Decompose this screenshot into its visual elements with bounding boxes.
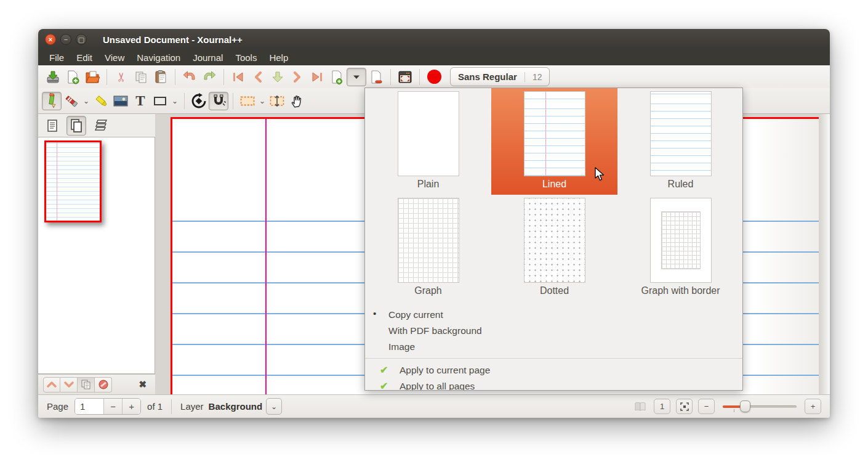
text-tool-button[interactable]: T <box>131 92 150 110</box>
goto-down-icon <box>271 71 284 83</box>
goto-page-button[interactable] <box>268 68 287 86</box>
window-minimize-button[interactable]: − <box>60 34 71 45</box>
zoom-fit-button[interactable] <box>676 399 693 414</box>
delete-page-button-sidebar[interactable] <box>95 377 112 393</box>
select-rectangle-button[interactable] <box>238 92 257 110</box>
page-thumbnail-1[interactable] <box>44 140 102 222</box>
chevron-up-icon <box>47 381 57 388</box>
hand-tool-button[interactable] <box>287 92 307 110</box>
menu-item-image[interactable]: Image <box>365 339 742 355</box>
copy-button[interactable] <box>131 68 151 86</box>
save-icon <box>46 70 60 84</box>
move-page-down-button[interactable] <box>60 377 78 393</box>
first-page-icon <box>231 71 245 83</box>
shape-options-dropdown[interactable]: ⌄ <box>170 97 180 105</box>
window-maximize-button[interactable]: ▢ <box>76 34 87 45</box>
template-ruled[interactable]: Ruled <box>617 88 743 195</box>
font-name: Sans Regular <box>451 71 524 82</box>
menu-item-apply-current-page[interactable]: ✔ Apply to current page <box>365 362 742 378</box>
mouse-cursor <box>595 167 606 182</box>
close-sidebar-icon[interactable]: ✖ <box>139 379 147 390</box>
template-graph[interactable]: Graph <box>365 195 491 301</box>
menu-tools[interactable]: Tools <box>229 51 263 64</box>
snap-rotation-button[interactable] <box>189 92 209 110</box>
font-size: 12 <box>524 72 550 82</box>
menu-journal[interactable]: Journal <box>187 51 229 64</box>
open-button[interactable] <box>82 68 102 86</box>
graph-with-border-thumbnail <box>650 198 712 283</box>
template-graph-with-border[interactable]: Graph with border <box>617 195 743 301</box>
page-decrement-button[interactable]: − <box>103 399 122 414</box>
previous-page-icon <box>253 71 263 83</box>
toolbar-separator <box>390 69 391 85</box>
open-folder-icon <box>85 70 100 84</box>
zoom-100-button[interactable]: 1 <box>654 399 670 414</box>
template-label: Graph <box>414 285 441 296</box>
snap-grid-button[interactable] <box>209 92 228 110</box>
last-page-button[interactable] <box>307 68 327 86</box>
menu-file[interactable]: File <box>43 51 70 64</box>
sidebar-tab-layers[interactable] <box>91 116 112 135</box>
two-page-view-button[interactable] <box>632 399 648 414</box>
selection-options-dropdown[interactable]: ⌄ <box>257 97 267 105</box>
page-spinner: − + <box>74 398 141 415</box>
fullscreen-button[interactable] <box>395 68 415 86</box>
paste-button[interactable] <box>151 68 171 86</box>
sidebar-tab-pages[interactable] <box>66 116 86 136</box>
window-close-button[interactable]: × <box>45 34 56 45</box>
menu-item-with-pdf-background[interactable]: With PDF background <box>365 323 742 339</box>
toolbar-separator <box>175 69 175 85</box>
menu-view[interactable]: View <box>98 51 131 64</box>
delete-page-icon <box>369 70 383 84</box>
page-number-input[interactable] <box>75 399 103 414</box>
undo-button[interactable] <box>180 68 199 86</box>
layer-label: Layer <box>180 401 204 412</box>
chevron-down-icon: ⌄ <box>271 402 277 411</box>
page-template-dropdown-button[interactable] <box>347 68 366 86</box>
template-plain[interactable]: Plain <box>365 88 491 195</box>
menu-item-copy-current[interactable]: • Copy current <box>365 307 742 323</box>
redo-button[interactable] <box>199 68 219 86</box>
zoom-out-button[interactable]: − <box>698 399 715 414</box>
record-button[interactable] <box>424 68 444 86</box>
template-dotted[interactable]: Dotted <box>491 195 617 301</box>
zoom-slider-handle[interactable] <box>740 401 750 412</box>
menu-edit[interactable]: Edit <box>70 51 98 64</box>
previous-page-button[interactable] <box>248 68 268 86</box>
move-page-up-button[interactable] <box>43 377 60 393</box>
fullscreen-icon <box>398 71 412 83</box>
eraser-tool-button[interactable] <box>62 92 81 110</box>
next-page-button[interactable] <box>287 68 307 86</box>
new-document-button[interactable] <box>63 68 82 86</box>
highlighter-tool-button[interactable] <box>91 92 111 110</box>
menu-navigation[interactable]: Navigation <box>131 51 187 64</box>
menu-help[interactable]: Help <box>263 51 294 64</box>
layer-dropdown-button[interactable]: ⌄ <box>266 398 282 415</box>
eraser-options-dropdown[interactable]: ⌄ <box>81 97 91 105</box>
toolbar-separator <box>233 93 233 109</box>
cut-button[interactable]: ✂ <box>111 68 131 86</box>
paste-icon <box>154 70 167 84</box>
font-button[interactable]: Sans Regular 12 <box>450 67 550 86</box>
menu-item-apply-all-pages[interactable]: ✔ Apply to all pages <box>365 378 742 391</box>
zoom-in-button[interactable]: + <box>805 399 821 414</box>
vertical-space-button[interactable] <box>267 92 287 110</box>
menu-item-label: Apply to current page <box>400 365 490 376</box>
shape-tool-button[interactable] <box>150 92 170 110</box>
sidebar-tab-contents[interactable] <box>43 116 62 135</box>
template-label: Dotted <box>540 285 569 296</box>
new-page-after-button[interactable] <box>327 68 347 86</box>
page-preview-panel <box>38 137 155 374</box>
first-page-button[interactable] <box>228 68 248 86</box>
save-button[interactable] <box>43 68 63 86</box>
text-tool-icon: T <box>135 94 145 108</box>
next-page-icon <box>292 71 302 83</box>
pen-tool-button[interactable] <box>42 92 62 110</box>
image-tool-button[interactable] <box>111 92 131 110</box>
page-increment-button[interactable]: + <box>122 399 140 414</box>
delete-page-button[interactable] <box>366 68 386 86</box>
cut-icon: ✂ <box>114 71 129 82</box>
copy-page-button[interactable] <box>78 377 95 393</box>
magnet-icon <box>211 94 226 108</box>
image-icon <box>113 96 128 107</box>
